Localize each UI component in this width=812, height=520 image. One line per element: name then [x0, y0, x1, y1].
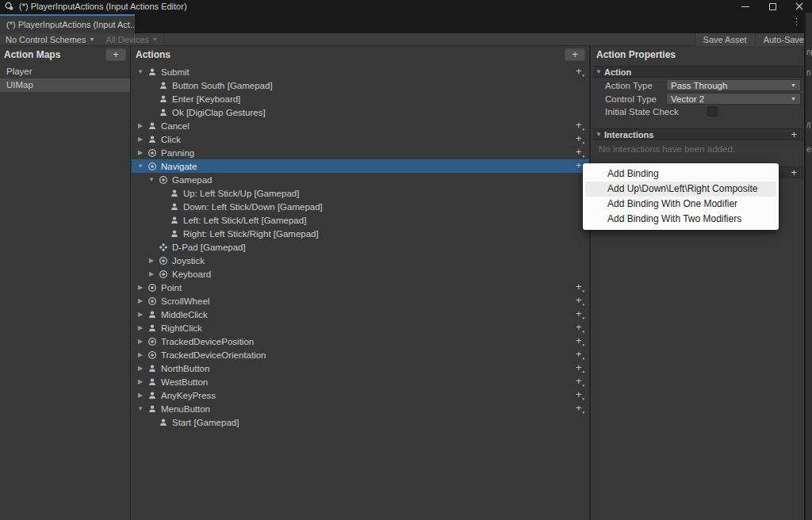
expander-closed-icon[interactable]: ▶: [135, 392, 146, 399]
tree-row[interactable]: Ok [DigiClap Gestures]: [132, 105, 589, 119]
tree-row[interactable]: ▶Keyboard: [132, 267, 589, 281]
expander-closed-icon[interactable]: ▶: [135, 311, 146, 318]
action-properties-panel: Action Properties ▼ Action Action Type P…: [592, 46, 804, 520]
minimize-icon[interactable]: [741, 2, 750, 11]
control-type-dropdown[interactable]: Vector 2 ▼: [666, 93, 801, 105]
control-schemes-label: No Control Schemes: [6, 35, 86, 44]
interactions-section-label: Interactions: [604, 130, 653, 140]
add-binding-plus-button[interactable]: +: [576, 308, 584, 321]
expander-closed-icon[interactable]: ▶: [135, 351, 146, 358]
tree-row[interactable]: ▼MenuButton+: [132, 402, 589, 415]
add-binding-plus-button[interactable]: +: [576, 132, 584, 146]
tree-row[interactable]: Down: Left Stick/Down [Gamepad]: [132, 200, 589, 213]
tab-playerinputactions[interactable]: (*) PlayerInputActions (Input Act...: [0, 14, 135, 33]
action-map-item-uimap[interactable]: UIMap: [0, 78, 130, 92]
add-binding-plus-button[interactable]: +: [576, 321, 584, 335]
add-interaction-button[interactable]: +: [791, 128, 797, 140]
action-map-item-player[interactable]: Player: [0, 65, 130, 78]
add-binding-plus-button[interactable]: +: [576, 65, 584, 78]
add-binding-plus-button[interactable]: +: [576, 294, 584, 308]
tree-row[interactable]: ▼Gamepad: [132, 173, 589, 186]
tree-row[interactable]: Up: Left Stick/Up [Gamepad]: [132, 186, 589, 200]
tree-row[interactable]: Right: Left Stick/Right [Gamepad]: [132, 227, 589, 240]
tree-row[interactable]: D-Pad [Gamepad]: [132, 240, 589, 254]
add-processor-button[interactable]: +: [791, 166, 797, 178]
add-binding-plus-button[interactable]: +: [576, 119, 584, 132]
tree-row[interactable]: ▶Click+: [132, 132, 589, 146]
control-schemes-dropdown[interactable]: No Control Schemes ▼: [0, 33, 100, 46]
initial-state-check-checkbox[interactable]: [707, 106, 718, 117]
interactions-section-header[interactable]: ▼ Interactions +: [593, 128, 803, 140]
expander-closed-icon[interactable]: ▶: [146, 270, 157, 277]
expander-open-icon[interactable]: ▼: [135, 68, 146, 75]
add-binding-plus-button[interactable]: +: [576, 388, 584, 402]
add-binding-plus-button[interactable]: +: [576, 146, 584, 159]
kebab-menu-icon[interactable]: ⋮: [792, 17, 801, 27]
tree-row[interactable]: Left: Left Stick/Left [Gamepad]: [132, 213, 589, 227]
expander-closed-icon[interactable]: ▶: [135, 365, 146, 372]
expander-closed-icon[interactable]: ▶: [135, 284, 146, 291]
context-menu-item[interactable]: Add Up\Down\Left\Right Composite: [585, 182, 776, 197]
expander-closed-icon[interactable]: ▶: [135, 122, 146, 129]
tree-row[interactable]: ▶Panning+: [132, 146, 589, 159]
button-control-icon: [157, 417, 170, 427]
expander-closed-icon[interactable]: ▶: [135, 338, 146, 345]
tree-row[interactable]: ▶WestButton+: [132, 375, 589, 388]
tree-row[interactable]: Enter [Keyboard]: [132, 92, 589, 105]
tree-row[interactable]: ▼Navigate+: [132, 159, 589, 173]
expander-closed-icon[interactable]: ▶: [135, 136, 146, 143]
tree-item-label: Gamepad: [170, 175, 213, 185]
chevron-down-icon: ▼: [791, 82, 796, 88]
add-binding-plus-button[interactable]: +: [576, 335, 584, 348]
value-control-icon: [146, 350, 159, 360]
expander-closed-icon[interactable]: ▶: [135, 378, 146, 385]
expander-closed-icon[interactable]: ▶: [146, 257, 157, 264]
expander-open-icon[interactable]: ▼: [135, 162, 146, 170]
tree-row[interactable]: ▶TrackedDevicePosition+: [132, 335, 589, 348]
expander-closed-icon[interactable]: ▶: [135, 149, 146, 156]
add-binding-plus-button[interactable]: +: [576, 348, 584, 361]
add-binding-plus-button[interactable]: +: [576, 281, 584, 294]
expander-closed-icon[interactable]: ▶: [135, 297, 146, 304]
tree-row[interactable]: ▶TrackedDeviceOrientation+: [132, 348, 589, 361]
add-action-button[interactable]: +: [565, 48, 585, 61]
expander-open-icon[interactable]: ▼: [135, 405, 146, 412]
add-action-map-button[interactable]: +: [105, 48, 126, 61]
maximize-icon[interactable]: [768, 2, 777, 11]
button-control-icon: [157, 94, 170, 104]
context-menu-item[interactable]: Add Binding With Two Modifiers: [583, 212, 779, 227]
tree-row[interactable]: Start [Gamepad]: [132, 415, 589, 429]
action-type-label: Action Type: [592, 81, 666, 90]
button-control-icon: [146, 120, 159, 131]
expander-closed-icon[interactable]: ▶: [135, 324, 146, 331]
background-window-edge: npn/Ie>: [804, 13, 812, 520]
tree-row[interactable]: ▶ScrollWheel+: [132, 294, 589, 308]
add-binding-plus-button[interactable]: +: [576, 375, 584, 388]
context-menu-item[interactable]: Add Binding With One Modifier: [583, 197, 779, 212]
control-type-row: Control Type Vector 2 ▼: [592, 92, 804, 105]
add-binding-plus-button[interactable]: +: [576, 402, 584, 415]
tree-row[interactable]: ▶NorthButton+: [132, 361, 589, 375]
tree-row[interactable]: ▶Point+: [132, 281, 589, 294]
tree-item-label: Left: Left Stick/Left [Gamepad]: [181, 216, 306, 225]
tree-row[interactable]: ▶MiddleClick+: [132, 308, 589, 321]
chevron-down-icon: ▼: [152, 36, 158, 42]
tree-row[interactable]: ▼Submit+: [132, 65, 589, 78]
add-binding-plus-button[interactable]: +: [576, 361, 584, 375]
button-control-icon: [146, 403, 159, 414]
tree-row[interactable]: ▶Joystick: [132, 254, 589, 267]
expander-open-icon[interactable]: ▼: [146, 176, 157, 183]
tree-item-label: Button South [Gamepad]: [170, 81, 273, 90]
tree-item-label: Panning: [159, 148, 194, 158]
clipped-background-text: e>: [806, 145, 812, 154]
action-section-header[interactable]: ▼ Action: [593, 66, 803, 78]
tree-row[interactable]: ▶AnyKeyPress+: [132, 388, 589, 402]
context-menu-item[interactable]: Add Binding: [583, 166, 779, 182]
tree-row[interactable]: Button South [Gamepad]: [132, 78, 589, 92]
devices-dropdown[interactable]: All Devices ▼: [100, 33, 163, 46]
tree-row[interactable]: ▶RightClick+: [132, 321, 589, 335]
close-icon[interactable]: [795, 2, 804, 11]
save-asset-button[interactable]: Save Asset: [695, 33, 755, 46]
action-type-dropdown[interactable]: Pass Through ▼: [666, 79, 801, 91]
tree-row[interactable]: ▶Cancel+: [132, 119, 589, 132]
